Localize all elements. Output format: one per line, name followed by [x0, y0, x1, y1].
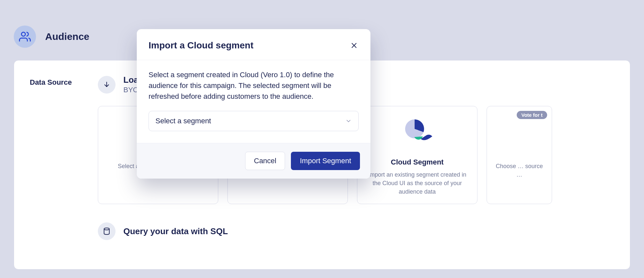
modal-description: Select a segment created in Cloud (Vero …: [149, 69, 359, 102]
sql-header: Query your data with SQL: [98, 222, 614, 240]
tile-description: Import an existing segment created in th…: [365, 170, 470, 196]
close-button[interactable]: [349, 41, 359, 50]
cancel-button[interactable]: Cancel: [245, 152, 285, 170]
database-icon: [98, 222, 116, 240]
modal-title: Import a Cloud segment: [149, 40, 253, 51]
segment-select-placeholder: Select a segment: [155, 117, 211, 125]
svg-point-0: [22, 32, 26, 36]
tile-description: Choose … source …: [494, 162, 545, 179]
download-icon: [98, 76, 116, 94]
page-title: Audience: [45, 31, 89, 42]
tile-cloud-segment[interactable]: Cloud Segment Import an existing segment…: [357, 106, 477, 204]
segment-select[interactable]: Select a segment: [149, 111, 359, 131]
svg-point-2: [104, 228, 109, 230]
import-cloud-segment-modal: Import a Cloud segment Select a segment …: [137, 29, 370, 179]
section-label: Data Source: [30, 75, 82, 87]
vote-badge[interactable]: Vote for t: [517, 111, 547, 119]
chevron-down-icon: [345, 118, 352, 124]
cloud-segment-icon: [402, 119, 432, 144]
tile-option[interactable]: Vote for t Choose … source …: [487, 106, 552, 204]
sql-title: Query your data with SQL: [123, 226, 228, 236]
import-segment-button[interactable]: Import Segment: [291, 152, 360, 170]
tile-icon-placeholder: [505, 119, 534, 144]
tile-title: Cloud Segment: [391, 158, 443, 166]
audience-icon: [14, 26, 36, 48]
